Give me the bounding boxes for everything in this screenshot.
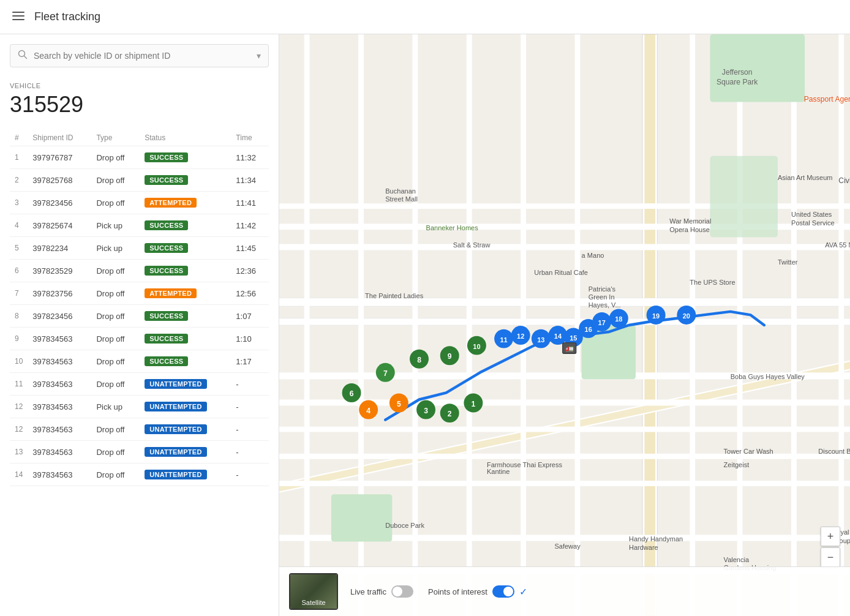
row-num: 8 — [10, 305, 28, 328]
svg-text:a Mano: a Mano — [582, 252, 604, 259]
poi-check-icon: ✓ — [519, 586, 527, 598]
table-row[interactable]: 14 397834563 Drop off UNATTEMPTED - — [10, 464, 269, 486]
row-status: UNATTEMPTED — [140, 396, 231, 418]
row-status: SUCCESS — [140, 350, 231, 373]
row-status: UNATTEMPTED — [140, 418, 231, 441]
svg-text:14: 14 — [554, 332, 562, 340]
svg-text:19: 19 — [652, 312, 660, 320]
svg-text:8: 8 — [417, 356, 421, 364]
row-type: Drop off — [91, 418, 140, 441]
row-time: - — [231, 396, 269, 418]
satellite-thumbnail[interactable]: Satellite — [289, 573, 338, 610]
map-zoom-controls: + − — [821, 527, 840, 567]
svg-text:13: 13 — [537, 336, 544, 344]
vehicle-id: 315529 — [10, 92, 269, 118]
row-num: 7 — [10, 282, 28, 305]
row-status: SUCCESS — [140, 328, 231, 350]
svg-text:Kantine: Kantine — [487, 468, 510, 475]
row-shipment-id: 397976787 — [28, 146, 91, 169]
zoom-in-button[interactable]: + — [821, 527, 840, 546]
table-row[interactable]: 10 397834563 Drop off SUCCESS 1:17 — [10, 350, 269, 373]
live-traffic-toggle[interactable] — [391, 585, 413, 598]
svg-text:Farmhouse Thai Express: Farmhouse Thai Express — [487, 461, 563, 468]
search-box[interactable]: ▾ — [10, 44, 269, 67]
svg-rect-30 — [791, 34, 797, 616]
svg-text:15: 15 — [570, 334, 577, 342]
status-badge: ATTEMPTED — [145, 288, 197, 298]
status-badge: SUCCESS — [145, 334, 188, 344]
svg-rect-26 — [521, 34, 526, 616]
table-row[interactable]: 2 397825768 Drop off SUCCESS 11:34 — [10, 169, 269, 192]
svg-rect-22 — [304, 34, 310, 616]
dropdown-icon[interactable]: ▾ — [257, 51, 261, 61]
table-row[interactable]: 6 397823529 Drop off SUCCESS 12:36 — [10, 260, 269, 282]
svg-text:Passport Agency: Passport Agency — [804, 95, 850, 103]
row-type: Drop off — [91, 260, 140, 282]
table-row[interactable]: 13 397834563 Drop off UNATTEMPTED - — [10, 441, 269, 464]
row-status: UNATTEMPTED — [140, 373, 231, 396]
row-time: - — [231, 441, 269, 464]
col-type: Type — [91, 130, 140, 146]
table-row[interactable]: 12 397834563 Drop off UNATTEMPTED - — [10, 418, 269, 441]
status-badge: UNATTEMPTED — [145, 424, 207, 434]
vehicle-section: VEHICLE 315529 — [10, 82, 269, 118]
svg-text:11: 11 — [500, 336, 507, 344]
poi-toggle[interactable] — [492, 585, 514, 598]
svg-text:Zeitgeist: Zeitgeist — [724, 461, 750, 468]
row-num: 1 — [10, 146, 28, 169]
svg-text:12: 12 — [517, 332, 524, 340]
row-num: 10 — [10, 350, 28, 373]
status-badge: SUCCESS — [145, 311, 188, 321]
table-row[interactable]: 7 397823756 Drop off ATTEMPTED 12:56 — [10, 282, 269, 305]
svg-text:The Painted Ladies: The Painted Ladies — [365, 292, 424, 299]
svg-text:16: 16 — [585, 326, 592, 333]
table-row[interactable]: 8 397823456 Drop off SUCCESS 1:07 — [10, 305, 269, 328]
row-time: 11:42 — [231, 214, 269, 237]
zoom-out-button[interactable]: − — [821, 547, 840, 567]
table-row[interactable]: 1 397976787 Drop off SUCCESS 11:32 — [10, 146, 269, 169]
status-badge: SUCCESS — [145, 356, 188, 366]
search-input[interactable] — [34, 51, 257, 61]
table-row[interactable]: 11 397834563 Drop off UNATTEMPTED - — [10, 373, 269, 396]
app-title: Fleet tracking — [34, 10, 100, 23]
row-type: Pick up — [91, 214, 140, 237]
row-type: Drop off — [91, 305, 140, 328]
svg-text:Green In: Green In — [589, 293, 615, 301]
table-row[interactable]: 4 397825674 Pick up SUCCESS 11:42 — [10, 214, 269, 237]
svg-text:20: 20 — [683, 312, 690, 320]
status-badge: UNATTEMPTED — [145, 402, 207, 411]
row-time: 11:41 — [231, 192, 269, 214]
svg-rect-35 — [710, 156, 778, 238]
row-status: UNATTEMPTED — [140, 464, 231, 486]
shipments-table: # Shipment ID Type Status Time 1 3979767… — [10, 130, 269, 486]
row-shipment-id: 397825768 — [28, 169, 91, 192]
menu-icon[interactable] — [12, 10, 24, 24]
svg-text:Valencia: Valencia — [724, 556, 750, 563]
live-traffic-toggle-group: Live traffic — [350, 585, 413, 598]
row-type: Drop off — [91, 192, 140, 214]
table-row[interactable]: 9 397834563 Drop off SUCCESS 1:10 — [10, 328, 269, 350]
row-time: - — [231, 373, 269, 396]
row-shipment-id: 397823756 — [28, 282, 91, 305]
status-badge: SUCCESS — [145, 175, 188, 185]
col-num: # — [10, 130, 28, 146]
col-status: Status — [140, 130, 231, 146]
svg-text:Boba Guys Hayes Valley: Boba Guys Hayes Valley — [731, 373, 805, 380]
svg-rect-29 — [737, 34, 743, 616]
map-container[interactable]: 6 7 8 9 10 — [279, 34, 850, 616]
row-num: 12 — [10, 396, 28, 418]
svg-text:17: 17 — [598, 319, 606, 326]
svg-text:The UPS Store: The UPS Store — [690, 279, 735, 286]
row-shipment-id: 397823456 — [28, 192, 91, 214]
row-status: ATTEMPTED — [140, 282, 231, 305]
table-row[interactable]: 12 397834563 Pick up UNATTEMPTED - — [10, 396, 269, 418]
svg-rect-19 — [279, 481, 850, 486]
satellite-label: Satellite — [301, 599, 325, 606]
status-badge: UNATTEMPTED — [145, 447, 207, 457]
svg-text:Hayes, V...: Hayes, V... — [589, 301, 621, 309]
table-row[interactable]: 5 39782234 Pick up SUCCESS 11:45 — [10, 237, 269, 260]
svg-text:4: 4 — [366, 407, 370, 415]
row-shipment-id: 397823529 — [28, 260, 91, 282]
table-row[interactable]: 3 397823456 Drop off ATTEMPTED 11:41 — [10, 192, 269, 214]
svg-text:Patricia's: Patricia's — [589, 285, 616, 293]
